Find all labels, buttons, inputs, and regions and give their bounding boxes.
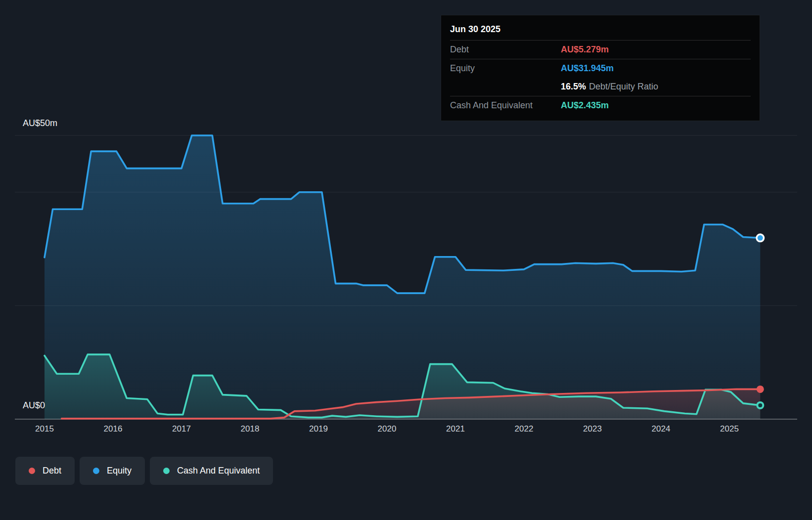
tooltip-row-ratio: 16.5%Debt/Equity Ratio [450,78,751,96]
x-tick-label-2018: 2018 [241,424,260,434]
tooltip-ratio-value: 16.5% [561,82,586,91]
y-axis-max-label: AU$50m [23,118,57,129]
x-tick-label-2022: 2022 [515,424,534,434]
debt-endpoint-marker [757,386,764,393]
x-tick-label-2019: 2019 [309,424,328,434]
equity-area [45,135,760,419]
x-tick-label-2021: 2021 [446,424,465,434]
x-tick-label-2020: 2020 [378,424,397,434]
tooltip-row-cash: Cash And Equivalent AU$2.435m [450,96,751,115]
cash-legend-dot-icon [163,468,170,474]
x-tick-label-2023: 2023 [583,424,602,434]
tooltip-cash-value: AU$2.435m [561,100,751,111]
x-axis: 2015201620172018201920202021202220232024… [0,424,812,439]
x-tick-label-2015: 2015 [35,424,54,434]
debt-legend-dot-icon [29,468,35,474]
tooltip-debt-label: Debt [450,44,561,55]
tooltip-row-debt: Debt AU$5.279m [450,40,751,59]
tooltip-row-equity: Equity AU$31.945m [450,59,751,78]
x-tick-label-2024: 2024 [652,424,671,434]
legend-debt-label: Debt [43,466,61,476]
tooltip-equity-value: AU$31.945m [561,63,751,74]
legend-item-debt[interactable]: Debt [15,457,75,485]
tooltip-cash-label: Cash And Equivalent [450,100,561,111]
tooltip-ratio-label: Debt/Equity Ratio [589,82,658,91]
chart-tooltip: Jun 30 2025 Debt AU$5.279m Equity AU$31.… [441,15,760,121]
equity-endpoint-marker-inner [758,235,763,241]
legend-cash-label: Cash And Equivalent [177,466,260,476]
legend-equity-label: Equity [107,466,132,476]
legend-item-cash[interactable]: Cash And Equivalent [150,457,273,485]
y-axis-zero-label: AU$0 [23,400,45,411]
equity-legend-dot-icon [93,468,99,474]
x-tick-label-2016: 2016 [104,424,123,434]
x-tick-label-2025: 2025 [720,424,739,434]
tooltip-debt-value: AU$5.279m [561,44,751,55]
x-tick-label-2017: 2017 [172,424,191,434]
tooltip-equity-label: Equity [450,63,561,74]
legend: Debt Equity Cash And Equivalent [15,457,273,485]
debt-equity-history-chart: AU$50m AU$0 2015201620172018201920202021… [0,0,812,520]
legend-item-equity[interactable]: Equity [80,457,145,485]
cash-endpoint-marker-inner [758,403,762,407]
tooltip-date: Jun 30 2025 [450,20,751,40]
